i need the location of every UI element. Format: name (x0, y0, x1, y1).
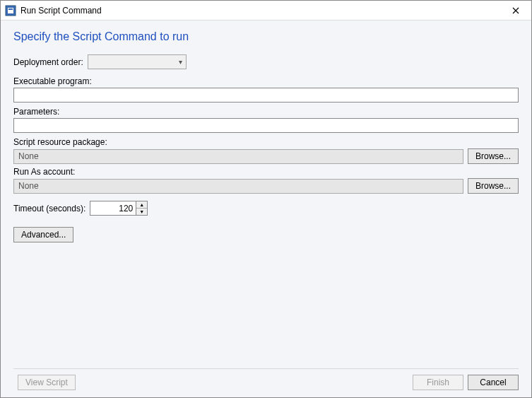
finish-button[interactable]: Finish (413, 375, 463, 390)
timeout-spinner: ▲ ▼ (90, 201, 148, 216)
advanced-button[interactable]: Advanced... (13, 227, 73, 242)
browse-script-resource-button[interactable]: Browse... (468, 148, 519, 164)
svg-rect-2 (8, 8, 13, 10)
executable-program-label: Executable program: (13, 76, 519, 86)
dialog-footer: View Script Finish Cancel (13, 368, 519, 390)
app-icon (5, 5, 16, 16)
timeout-input[interactable] (90, 201, 136, 216)
advanced-row: Advanced... (13, 227, 519, 242)
run-as-row: None Browse... (13, 178, 519, 194)
run-as-value: None (13, 179, 463, 194)
parameters-input[interactable] (13, 118, 519, 133)
timeout-stepper: ▲ ▼ (136, 201, 148, 216)
spin-up-button[interactable]: ▲ (136, 201, 147, 209)
timeout-label: Timeout (seconds): (13, 204, 85, 213)
client-area: Specify the Script Command to run Deploy… (1, 21, 531, 397)
parameters-label: Parameters: (13, 107, 519, 117)
script-resource-value: None (13, 149, 463, 164)
deployment-order-label: Deployment order: (13, 57, 83, 67)
deployment-order-combo[interactable]: ▾ (88, 54, 187, 69)
page-heading: Specify the Script Command to run (13, 30, 519, 43)
titlebar: Run Script Command (1, 1, 531, 21)
dialog-window: Run Script Command Specify the Script Co… (0, 0, 532, 398)
script-resource-row: None Browse... (13, 148, 519, 164)
script-resource-label: Script resource package: (13, 137, 519, 147)
view-script-button[interactable]: View Script (18, 375, 76, 390)
browse-run-as-button[interactable]: Browse... (468, 178, 519, 194)
run-as-label: Run As account: (13, 167, 519, 177)
chevron-down-icon: ▾ (179, 59, 182, 66)
spin-down-button[interactable]: ▼ (136, 209, 147, 215)
window-title: Run Script Command (20, 6, 502, 16)
deployment-order-row: Deployment order: ▾ (13, 54, 519, 69)
timeout-row: Timeout (seconds): ▲ ▼ (13, 201, 519, 216)
executable-program-input[interactable] (13, 88, 519, 103)
cancel-button[interactable]: Cancel (468, 375, 519, 390)
close-button[interactable] (502, 1, 530, 20)
